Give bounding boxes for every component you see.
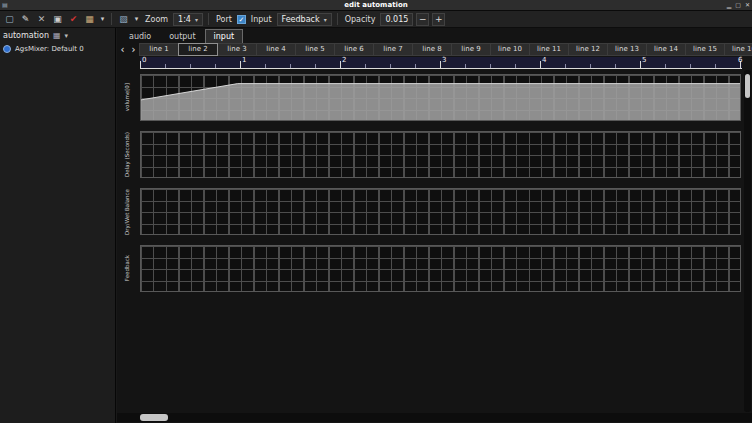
zoom-label: Zoom	[145, 15, 168, 24]
ruler-tick-label: 2	[342, 57, 346, 64]
automation-lane-volume: volume[0]	[117, 74, 752, 121]
select-tool-icon[interactable]: ▢	[3, 13, 16, 26]
ruler-tick-label: 6	[738, 57, 742, 64]
lane-label-feedback: Feedback	[118, 245, 138, 292]
port-value: Feedback	[282, 15, 320, 24]
toolbar: ▢ ✎ ✕ ▣ ✔ ▦ ▾ ▧ ▾ Zoom 1:4 ▾ Port ✓ Inpu…	[0, 11, 752, 28]
ruler-tick-label: 5	[642, 57, 646, 64]
automation-grid-feedback[interactable]	[140, 245, 741, 292]
automation-editor: audio output input ‹ › line 1 line 2 lin…	[117, 28, 752, 423]
line-button-selected[interactable]: line 2	[178, 43, 218, 56]
ruler-tick-label: 1	[242, 57, 246, 64]
lane-label-text: Delay (Seconds)	[125, 132, 131, 177]
machine-list-item[interactable]: AgsMixer: Default 0	[0, 42, 115, 56]
meta-dropdown-icon[interactable]: ▾	[133, 15, 140, 23]
automation-lane-feedback: Feedback	[117, 245, 752, 292]
lane-label-volume: volume[0]	[118, 74, 138, 121]
edit-automation-window: ▤ edit automation ▁ ▢ ✕ ▢ ✎ ✕ ▣ ✔ ▦ ▾ ▧ …	[0, 0, 752, 423]
line-button[interactable]: line 6	[334, 43, 374, 56]
automation-lane-drywet: Dry/Wet Balance	[117, 188, 752, 235]
ruler-tick-label: 3	[442, 57, 446, 64]
line-button[interactable]: line 16	[724, 43, 752, 56]
maximize-icon[interactable]: ▢	[735, 0, 741, 10]
line-button[interactable]: line 3	[217, 43, 257, 56]
scroll-left-icon[interactable]: ‹	[117, 43, 128, 56]
toolbar-separator	[111, 13, 112, 25]
line-button[interactable]: line 13	[607, 43, 647, 56]
line-strip: line 1 line 2 line 3 line 4 line 5 line …	[139, 43, 752, 56]
automation-label: automation	[3, 31, 49, 40]
line-button[interactable]: line 9	[451, 43, 491, 56]
meta-tool-icon[interactable]: ▧	[117, 13, 130, 26]
toolbar-separator	[337, 13, 338, 25]
lane-label-drywet: Dry/Wet Balance	[118, 188, 138, 235]
machine-name: AgsMixer: Default 0	[15, 45, 84, 53]
automation-lane-delay: Delay (Seconds)	[117, 131, 752, 178]
paste-tool-icon[interactable]: ▦	[83, 13, 96, 26]
line-header: ‹ › line 1 line 2 line 3 line 4 line 5 l…	[117, 42, 752, 56]
window-controls: ▁ ▢ ✕	[727, 0, 750, 10]
line-button[interactable]: line 12	[568, 43, 608, 56]
machine-sidebar: automation ▦ ▾ AgsMixer: Default 0	[0, 28, 116, 423]
line-button[interactable]: line 8	[412, 43, 452, 56]
titlebar[interactable]: ▤ edit automation ▁ ▢ ✕	[0, 0, 752, 11]
scroll-right-icon[interactable]: ›	[128, 43, 139, 56]
ruler-tick-label: 4	[542, 57, 546, 64]
line-button[interactable]: line 15	[685, 43, 725, 56]
lane-label-delay: Delay (Seconds)	[118, 131, 138, 178]
automation-grid-drywet[interactable]	[140, 188, 741, 235]
machine-icon: ▦	[53, 31, 61, 40]
opacity-label: Opacity	[345, 15, 376, 24]
tools-dropdown-icon[interactable]: ▾	[99, 15, 106, 23]
sidebar-header: automation ▦ ▾	[0, 28, 115, 42]
line-button[interactable]: line 4	[256, 43, 296, 56]
lane-label-text: Dry/Wet Balance	[125, 189, 131, 235]
edit-tool-icon[interactable]: ✎	[19, 13, 32, 26]
automation-grid-delay[interactable]	[140, 131, 741, 178]
input-checkbox[interactable]: ✓	[237, 15, 246, 24]
line-button[interactable]: line 10	[490, 43, 530, 56]
copy-tool-icon[interactable]: ▣	[51, 13, 64, 26]
machine-radio[interactable]	[3, 45, 11, 53]
vertical-scrollbar-handle[interactable]	[745, 74, 750, 98]
port-label: Port	[216, 15, 232, 24]
ruler-tick-label: 0	[142, 57, 146, 64]
clear-tool-icon[interactable]: ✕	[35, 13, 48, 26]
opacity-value-field[interactable]: 0.015	[380, 13, 413, 26]
lane-label-text: volume[0]	[125, 83, 131, 111]
vertical-scrollbar[interactable]	[744, 70, 751, 412]
close-icon[interactable]: ✕	[745, 0, 750, 10]
horizontal-scrollbar[interactable]	[117, 413, 752, 422]
timeline-ruler: 0 1 2 3 4 5 6	[140, 57, 742, 69]
opacity-decrease-button[interactable]: −	[416, 13, 429, 26]
zoom-value: 1:4	[178, 15, 191, 24]
chevron-down-icon: ▾	[324, 16, 327, 23]
zoom-select[interactable]: 1:4 ▾	[173, 13, 203, 26]
opacity-increase-button[interactable]: +	[432, 13, 445, 26]
horizontal-scrollbar-handle[interactable]	[140, 414, 168, 421]
line-button[interactable]: line 14	[646, 43, 686, 56]
window-title: edit automation	[0, 0, 752, 10]
chevron-down-icon: ▾	[195, 16, 198, 23]
input-checkbox-label: Input	[251, 15, 272, 24]
port-select[interactable]: Feedback ▾	[277, 13, 332, 26]
line-button[interactable]: line 5	[295, 43, 335, 56]
line-button[interactable]: line 11	[529, 43, 569, 56]
toolbar-separator	[208, 13, 209, 25]
line-button[interactable]: line 1	[139, 43, 179, 56]
volume-automation-curve	[141, 75, 740, 120]
lane-label-text: Feedback	[125, 255, 131, 281]
volume-curve-fill	[141, 84, 740, 120]
minimize-icon[interactable]: ▁	[727, 0, 732, 10]
chevron-down-icon[interactable]: ▾	[65, 32, 69, 40]
apply-tool-icon[interactable]: ✔	[67, 13, 80, 26]
line-button[interactable]: line 7	[373, 43, 413, 56]
automation-grid-volume[interactable]	[140, 74, 741, 121]
